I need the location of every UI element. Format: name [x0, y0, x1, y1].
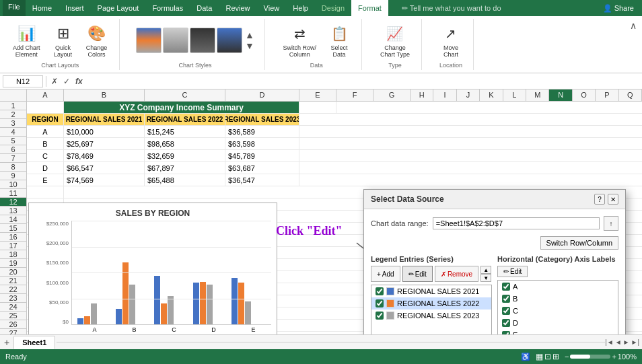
- axis-d-checkbox[interactable]: [502, 319, 510, 327]
- cell-d6[interactable]: $63,687: [225, 162, 299, 174]
- cell-c7[interactable]: $65,488: [145, 174, 225, 186]
- ribbon-collapse-button[interactable]: ∧: [630, 20, 637, 31]
- move-chart-button[interactable]: ↗ MoveChart: [435, 20, 466, 61]
- cell-d3[interactable]: $36,589: [225, 126, 299, 137]
- zoom-in-button[interactable]: +: [612, 353, 616, 361]
- chart-data-range-selector[interactable]: ↑: [604, 216, 618, 231]
- legend-add-button[interactable]: + Add: [371, 266, 400, 282]
- add-chart-element-button[interactable]: 📊 Add ChartElement: [8, 20, 45, 61]
- cell-a8[interactable]: [27, 186, 64, 198]
- quick-layout-button[interactable]: ⊞ QuickLayout: [48, 20, 79, 61]
- cell-b6[interactable]: $66,547: [64, 162, 145, 174]
- formula-input[interactable]: [87, 76, 639, 87]
- sheet-nav-first[interactable]: |◄: [605, 338, 614, 346]
- cell-e1[interactable]: [299, 102, 336, 113]
- axis-c-checkbox[interactable]: [502, 307, 510, 315]
- axis-entries-list[interactable]: A B C D: [497, 280, 618, 334]
- cell-a3[interactable]: A: [27, 126, 64, 137]
- axis-edit-button[interactable]: ✏ Edit: [497, 266, 528, 277]
- legend-edit-button[interactable]: ✏ Edit: [402, 266, 433, 282]
- select-data-button[interactable]: 📋 SelectData: [324, 20, 355, 61]
- view-page-layout-icon[interactable]: ⊡: [544, 352, 551, 361]
- cell-a4[interactable]: B: [27, 138, 64, 149]
- add-sheet-button[interactable]: +: [0, 336, 13, 349]
- dialog-close-button[interactable]: ✕: [608, 194, 618, 205]
- cell-c3[interactable]: $15,245: [145, 126, 225, 137]
- legend-entry-2022[interactable]: REGIONAL SALES 2022: [371, 297, 491, 310]
- cell-a7[interactable]: E: [27, 174, 64, 186]
- axis-entry-d[interactable]: D: [498, 317, 618, 329]
- legend-2022-checkbox[interactable]: [376, 299, 384, 307]
- tab-page-layout[interactable]: Page Layout: [91, 0, 146, 16]
- confirm-formula-icon[interactable]: ✓: [61, 76, 72, 87]
- cell-b2[interactable]: REGIONAL SALES 2021: [64, 114, 145, 125]
- axis-b-checkbox[interactable]: [502, 295, 510, 303]
- chart-style-scroll-up[interactable]: ▲: [245, 30, 254, 40]
- share-button[interactable]: 👤 Share: [603, 4, 634, 13]
- cell-a1[interactable]: [27, 102, 64, 113]
- chart-style-2[interactable]: [163, 28, 188, 53]
- cell-c6[interactable]: $67,897: [145, 162, 225, 174]
- legend-remove-button[interactable]: ✗ Remove: [435, 266, 478, 282]
- axis-entry-b[interactable]: B: [498, 293, 618, 305]
- chart-style-1[interactable]: [136, 28, 162, 53]
- cell-b7[interactable]: $74,569: [64, 174, 145, 186]
- chart-style-3[interactable]: [190, 28, 215, 53]
- cell-c4[interactable]: $98,658: [145, 138, 225, 149]
- tab-help[interactable]: Help: [286, 0, 315, 16]
- sheet-nav-prev[interactable]: ◄: [615, 338, 622, 346]
- chart-style-4[interactable]: [217, 28, 242, 53]
- cell-b1-merged[interactable]: XYZ Company Income Summary: [64, 102, 299, 113]
- tab-design[interactable]: Design: [315, 0, 351, 16]
- cell-reference-box[interactable]: [3, 75, 43, 87]
- cell-c5[interactable]: $32,659: [145, 150, 225, 161]
- legend-2023-checkbox[interactable]: [376, 312, 384, 320]
- cell-a2[interactable]: REGION: [27, 114, 64, 125]
- cell-a6[interactable]: D: [27, 162, 64, 174]
- axis-entry-e[interactable]: E: [498, 329, 618, 334]
- cell-a5[interactable]: C: [27, 150, 64, 161]
- change-chart-type-button[interactable]: 📈 ChangeChart Type: [376, 20, 415, 61]
- zoom-slider[interactable]: [570, 355, 610, 359]
- tab-format[interactable]: Format: [351, 0, 388, 16]
- sheet-nav-next[interactable]: ►: [623, 338, 630, 346]
- sheet-nav-last[interactable]: ►|: [631, 338, 640, 346]
- cell-d7[interactable]: $36,547: [225, 174, 299, 186]
- legend-entries-list[interactable]: REGIONAL SALES 2021 REGIONAL SALES 2022: [371, 285, 492, 334]
- tab-formulas[interactable]: Formulas: [145, 0, 190, 16]
- tab-view[interactable]: View: [257, 0, 287, 16]
- cell-d4[interactable]: $63,598: [225, 138, 299, 149]
- legend-entry-2021[interactable]: REGIONAL SALES 2021: [371, 285, 491, 297]
- cell-d2[interactable]: REGIONAL SALES 2023: [225, 114, 299, 125]
- legend-reorder-buttons[interactable]: ▲ ▼: [480, 266, 491, 282]
- zoom-out-button[interactable]: −: [565, 353, 569, 361]
- axis-a-checkbox[interactable]: [502, 283, 510, 291]
- axis-e-checkbox[interactable]: [502, 331, 510, 334]
- chart-area[interactable]: SALES BY REGION $250,000 $200,000 $150,0…: [28, 203, 277, 334]
- legend-entry-2023[interactable]: REGIONAL SALES 2023: [371, 310, 491, 322]
- switch-row-column-button[interactable]: ⇄ Switch Row/Column: [279, 20, 322, 61]
- tab-file[interactable]: File: [3, 0, 26, 16]
- insert-function-icon[interactable]: fx: [73, 76, 85, 87]
- tab-home[interactable]: Home: [26, 0, 59, 16]
- tab-insert[interactable]: Insert: [59, 0, 91, 16]
- cell-c2[interactable]: REGIONAL SALES 2022: [145, 114, 225, 125]
- cell-b5[interactable]: $78,469: [64, 150, 145, 161]
- axis-entry-c[interactable]: C: [498, 305, 618, 317]
- cell-d5[interactable]: $45,789: [225, 150, 299, 161]
- dialog-help-button[interactable]: ?: [594, 194, 605, 205]
- switch-row-column-dialog-button[interactable]: Switch Row/Column: [540, 236, 618, 250]
- legend-2021-checkbox[interactable]: [376, 287, 384, 295]
- view-page-break-icon[interactable]: ⊞: [552, 352, 559, 361]
- cancel-formula-icon[interactable]: ✗: [49, 76, 60, 87]
- legend-move-down-button[interactable]: ▼: [480, 274, 491, 282]
- cell-b3[interactable]: $10,000: [64, 126, 145, 137]
- legend-move-up-button[interactable]: ▲: [480, 266, 491, 274]
- tab-review[interactable]: Review: [219, 0, 256, 16]
- chart-data-range-input[interactable]: [433, 217, 600, 229]
- view-normal-icon[interactable]: ▦: [536, 352, 543, 361]
- sheet-tab-sheet1[interactable]: Sheet1: [13, 336, 55, 349]
- chart-style-scroll-down[interactable]: ▼: [245, 40, 254, 51]
- cell-b4[interactable]: $25,697: [64, 138, 145, 149]
- tab-data[interactable]: Data: [190, 0, 219, 16]
